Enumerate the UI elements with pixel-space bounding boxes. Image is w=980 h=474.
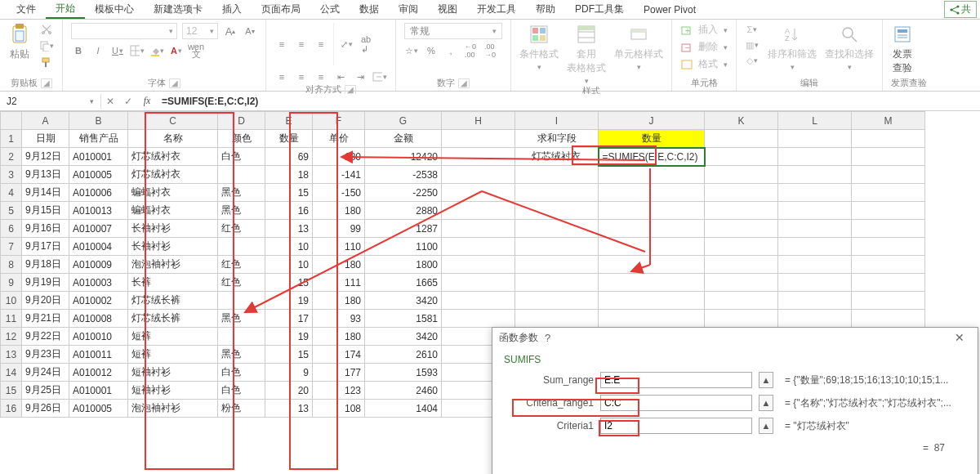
- cell-K10[interactable]: [705, 292, 778, 310]
- cell-C11[interactable]: 灯芯绒长裤: [128, 310, 218, 328]
- cell-E1[interactable]: 数量: [265, 130, 313, 148]
- cell-H9[interactable]: [442, 274, 515, 292]
- row-header-4[interactable]: 4: [1, 184, 22, 202]
- cell-A11[interactable]: 9月21日: [22, 310, 69, 328]
- cell-G6[interactable]: 1287: [365, 220, 442, 238]
- row-header-13[interactable]: 13: [1, 346, 22, 364]
- cell-M6[interactable]: [852, 220, 925, 238]
- cell-E3[interactable]: 18: [265, 166, 313, 184]
- col-header-B[interactable]: B: [69, 112, 128, 130]
- col-header-M[interactable]: M: [852, 112, 925, 130]
- autosum-icon[interactable]: Σ▾: [745, 23, 760, 36]
- cell-M7[interactable]: [852, 238, 925, 256]
- cell-H2[interactable]: [442, 148, 515, 166]
- cell-F7[interactable]: 110: [313, 238, 365, 256]
- cell-F16[interactable]: 108: [313, 400, 365, 418]
- comma-icon[interactable]: ,: [443, 44, 458, 57]
- tab-审阅[interactable]: 审阅: [389, 1, 428, 18]
- row-header-5[interactable]: 5: [1, 202, 22, 220]
- cell-M9[interactable]: [852, 274, 925, 292]
- fill-icon[interactable]: ▥▾: [745, 38, 760, 51]
- percent-icon[interactable]: %: [424, 44, 439, 57]
- cell-A16[interactable]: 9月26日: [22, 400, 69, 418]
- cell-M11[interactable]: [852, 310, 925, 328]
- cell-K7[interactable]: [705, 238, 778, 256]
- cell-E9[interactable]: 15: [265, 274, 313, 292]
- cell-C12[interactable]: 短裤: [128, 328, 218, 346]
- tab-PDF工具集[interactable]: PDF工具集: [565, 1, 634, 18]
- row-header-9[interactable]: 9: [1, 274, 22, 292]
- align-middle-icon[interactable]: ≡: [294, 38, 309, 51]
- cell-F5[interactable]: 180: [313, 202, 365, 220]
- cell-G8[interactable]: 1800: [365, 256, 442, 274]
- cell-C13[interactable]: 短裤: [128, 346, 218, 364]
- share-button[interactable]: 共: [944, 1, 977, 18]
- cell-C8[interactable]: 泡泡袖衬衫: [128, 256, 218, 274]
- align-right-icon[interactable]: ≡: [314, 70, 328, 83]
- enter-formula-icon[interactable]: ✓: [119, 96, 137, 107]
- col-header-I[interactable]: I: [515, 112, 599, 130]
- cell-L11[interactable]: [778, 310, 852, 328]
- cell-D1[interactable]: 颜色: [218, 130, 265, 148]
- name-box[interactable]: [0, 93, 82, 110]
- cell-C3[interactable]: 灯芯绒衬衣: [128, 166, 218, 184]
- col-header-A[interactable]: A: [22, 112, 69, 130]
- col-header-J[interactable]: J: [599, 112, 705, 130]
- cell-C4[interactable]: 蝙蝠衬衣: [128, 184, 218, 202]
- cell-E13[interactable]: 15: [265, 346, 313, 364]
- cell-F10[interactable]: 180: [313, 292, 365, 310]
- cell-J4[interactable]: [599, 184, 705, 202]
- number-launcher-icon[interactable]: ◢: [458, 78, 470, 88]
- cell-B4[interactable]: A010006: [69, 184, 128, 202]
- font-family-select[interactable]: ▾: [71, 23, 177, 39]
- cell-A5[interactable]: 9月15日: [22, 202, 69, 220]
- align-bottom-icon[interactable]: ≡: [314, 38, 328, 51]
- cell-G7[interactable]: 1100: [365, 238, 442, 256]
- cell-L9[interactable]: [778, 274, 852, 292]
- cell-F12[interactable]: 180: [313, 328, 365, 346]
- col-header-D[interactable]: D: [218, 112, 265, 130]
- paste-icon[interactable]: [8, 23, 31, 46]
- row-header-11[interactable]: 11: [1, 310, 22, 328]
- bold-button[interactable]: B: [71, 44, 86, 57]
- format-cells-button[interactable]: 格式▾: [680, 57, 728, 71]
- cell-D10[interactable]: [218, 292, 265, 310]
- decrease-decimal-icon[interactable]: .00→0: [483, 44, 497, 57]
- cell-I6[interactable]: [515, 220, 599, 238]
- tab-公式[interactable]: 公式: [310, 1, 350, 18]
- arg-input-Criteria_range1[interactable]: [600, 395, 752, 411]
- cell-E14[interactable]: 9: [265, 364, 313, 382]
- align-center-icon[interactable]: ≡: [294, 70, 309, 83]
- cell-A2[interactable]: 9月12日: [22, 148, 69, 166]
- cell-F14[interactable]: 177: [313, 364, 365, 382]
- format-table-button[interactable]: 套用 表格格式▾: [567, 23, 606, 85]
- cell-K11[interactable]: [705, 310, 778, 328]
- tab-插入[interactable]: 插入: [212, 1, 252, 18]
- cell-B1[interactable]: 销售产品: [69, 130, 128, 148]
- tab-视图[interactable]: 视图: [428, 1, 467, 18]
- cell-J3[interactable]: [599, 166, 705, 184]
- cell-E8[interactable]: 10: [265, 256, 313, 274]
- cell-L2[interactable]: [778, 148, 852, 166]
- cell-C2[interactable]: 灯芯绒衬衣: [128, 148, 218, 166]
- cell-J7[interactable]: [599, 238, 705, 256]
- select-all-corner[interactable]: [1, 112, 22, 130]
- cell-F6[interactable]: 99: [313, 220, 365, 238]
- col-header-H[interactable]: H: [442, 112, 515, 130]
- cell-G13[interactable]: 2610: [365, 346, 442, 364]
- cell-G11[interactable]: 1581: [365, 310, 442, 328]
- cell-L7[interactable]: [778, 238, 852, 256]
- sort-filter-button[interactable]: AZ排序和筛选▾: [768, 23, 817, 71]
- cell-M10[interactable]: [852, 292, 925, 310]
- tab-帮助[interactable]: 帮助: [526, 1, 565, 18]
- cell-K8[interactable]: [705, 256, 778, 274]
- cell-G16[interactable]: 1404: [365, 400, 442, 418]
- row-header-2[interactable]: 2: [1, 148, 22, 166]
- fill-color-button[interactable]: ▾: [149, 44, 164, 57]
- cell-K2[interactable]: [705, 148, 778, 166]
- cell-B2[interactable]: A010001: [69, 148, 128, 166]
- cancel-formula-icon[interactable]: ✕: [101, 96, 119, 107]
- cell-J6[interactable]: [599, 220, 705, 238]
- clear-icon[interactable]: ◇▾: [745, 54, 760, 67]
- align-left-icon[interactable]: ≡: [274, 70, 289, 83]
